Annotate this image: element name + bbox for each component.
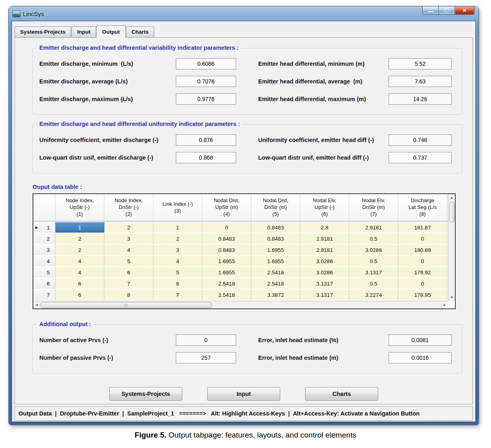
nav-button[interactable]: Input bbox=[207, 387, 280, 401]
grid-cell[interactable]: 1.6955 bbox=[202, 256, 251, 266]
grid-cell[interactable]: 8 bbox=[104, 290, 153, 300]
grid-cell[interactable]: 3 bbox=[104, 233, 153, 244]
field-value-box[interactable]: 0 bbox=[176, 334, 236, 346]
table-row[interactable]: 3 2430.84831.69552.91813.0286180.89 bbox=[33, 245, 448, 255]
grid-cell[interactable]: 179.92 bbox=[398, 267, 447, 278]
grid-cell[interactable]: 3.2274 bbox=[349, 290, 398, 300]
grid-cell[interactable]: 1.6955 bbox=[251, 256, 300, 266]
grid-corner-cell[interactable] bbox=[33, 194, 55, 221]
column-header[interactable]: Nodal Elv, DnStr (m) (7) bbox=[349, 194, 398, 221]
grid-cell[interactable]: 5 bbox=[104, 256, 153, 266]
grid-cell[interactable]: 6 bbox=[55, 290, 104, 300]
field-value-box[interactable]: 0.9776 bbox=[176, 93, 236, 105]
grid-cell[interactable]: 1 bbox=[153, 222, 202, 233]
grid-cell[interactable]: 2.5418 bbox=[202, 278, 251, 289]
row-header[interactable]: 7 bbox=[33, 290, 55, 300]
column-header[interactable]: Link Index (-) (3) bbox=[153, 194, 202, 221]
field-value-box[interactable]: 0.876 bbox=[176, 134, 236, 146]
grid-cell[interactable]: 181.87 bbox=[398, 222, 447, 233]
column-header[interactable]: Discharge Lat Seg (L/s (8) bbox=[398, 194, 447, 221]
tab-systems-projects[interactable]: Systems-Projects bbox=[14, 26, 71, 37]
field-value-box[interactable]: 0.868 bbox=[176, 152, 236, 163]
grid-cell[interactable]: 3 bbox=[153, 245, 202, 255]
column-header[interactable]: Node Index, DnStr (-) (2) bbox=[104, 194, 153, 221]
grid-cell[interactable]: 0.5 bbox=[349, 256, 398, 266]
grid-cell[interactable]: 7 bbox=[104, 278, 153, 289]
grid-cell[interactable]: 0.8483 bbox=[202, 233, 251, 244]
grid-cell[interactable]: 3.1317 bbox=[300, 278, 349, 289]
grid-cell[interactable]: 2.9181 bbox=[300, 233, 349, 244]
grid-cell[interactable]: 178.95 bbox=[398, 290, 447, 300]
field-value-box[interactable]: 0.7076 bbox=[176, 76, 236, 87]
nav-button[interactable]: Systems-Projects bbox=[109, 387, 182, 401]
grid-cell[interactable]: 1.6955 bbox=[202, 267, 251, 278]
grid-cell[interactable]: 0 bbox=[398, 256, 447, 266]
grid-cell[interactable]: 4 bbox=[104, 245, 153, 255]
field-value-box[interactable]: 0.6086 bbox=[176, 58, 236, 69]
tab-output[interactable]: Output bbox=[96, 25, 125, 38]
column-header[interactable]: Nodal Elv, UpStr (-) (6) bbox=[300, 194, 349, 221]
scroll-up-icon[interactable]: ▲ bbox=[448, 194, 455, 201]
field-value-box[interactable]: 0.0016 bbox=[389, 352, 452, 363]
grid-cell[interactable]: 6 bbox=[104, 267, 153, 278]
grid-cell[interactable]: 3.0286 bbox=[300, 256, 349, 266]
field-value-box[interactable]: 0.0081 bbox=[389, 334, 452, 346]
column-header[interactable]: Node Index, UpStr (-) (1) bbox=[55, 194, 104, 221]
horizontal-scroll-thumb[interactable] bbox=[40, 302, 212, 308]
grid-cell[interactable]: 180.89 bbox=[398, 245, 447, 255]
grid-cell[interactable]: 4 bbox=[55, 267, 104, 278]
scroll-down-icon[interactable]: ▼ bbox=[448, 294, 455, 301]
grid-cell[interactable]: 3.3872 bbox=[251, 290, 300, 300]
grid-cell[interactable]: 2.9181 bbox=[300, 245, 349, 255]
row-header[interactable]: 5 bbox=[33, 267, 55, 278]
grid-cell[interactable]: 1.6955 bbox=[251, 245, 300, 255]
grid-cell[interactable]: 3.0286 bbox=[300, 267, 349, 278]
row-header[interactable]: 3 bbox=[33, 245, 55, 255]
grid-cell[interactable]: 3.0286 bbox=[349, 245, 398, 255]
table-row[interactable]: ▶ 1 12100.84832.82.9181181.87 bbox=[33, 222, 448, 233]
table-row[interactable]: 5 4651.69552.54183.02863.1317179.92 bbox=[33, 267, 448, 278]
field-value-box[interactable]: 7.63 bbox=[389, 76, 452, 87]
titlebar[interactable]: LincSys ✕ bbox=[12, 6, 476, 21]
grid-cell[interactable]: 0 bbox=[398, 233, 447, 244]
grid-cell[interactable]: 0.8483 bbox=[202, 245, 251, 255]
grid-cell[interactable]: 2 bbox=[104, 222, 153, 233]
tab-input[interactable]: Input bbox=[71, 26, 96, 37]
grid-cell[interactable]: 2.5418 bbox=[251, 267, 300, 278]
grid-cell[interactable]: 4 bbox=[55, 256, 104, 266]
grid-horizontal-scrollbar[interactable]: ◄ ► bbox=[33, 301, 448, 308]
grid-cell[interactable]: 6 bbox=[153, 278, 202, 289]
column-header[interactable]: Nodal Dist, UpStr (m) (4) bbox=[202, 194, 251, 221]
grid-cell[interactable]: 2 bbox=[55, 233, 104, 244]
field-value-box[interactable]: 257 bbox=[176, 352, 236, 363]
grid-cell[interactable]: 2.5418 bbox=[202, 290, 251, 300]
scroll-left-icon[interactable]: ◄ bbox=[33, 302, 40, 308]
grid-cell[interactable]: 0 bbox=[202, 222, 251, 233]
field-value-box[interactable]: 14.26 bbox=[389, 93, 452, 105]
minimize-button[interactable] bbox=[422, 6, 439, 15]
grid-cell[interactable]: 2.5418 bbox=[251, 278, 300, 289]
tab-charts[interactable]: Charts bbox=[126, 26, 155, 37]
field-value-box[interactable]: 5.52 bbox=[389, 58, 452, 69]
table-row[interactable]: 2 2320.84830.84832.91810.50 bbox=[33, 233, 448, 244]
maximize-button[interactable] bbox=[439, 6, 454, 15]
field-value-box[interactable]: 0.737 bbox=[389, 152, 452, 163]
close-button[interactable]: ✕ bbox=[454, 6, 475, 15]
grid-cell[interactable]: 2.9181 bbox=[349, 222, 398, 233]
row-header[interactable]: 2 bbox=[33, 233, 55, 244]
grid-cell[interactable]: 2 bbox=[153, 233, 202, 244]
grid-cell[interactable]: 0.8483 bbox=[251, 233, 300, 244]
grid-cell[interactable]: 6 bbox=[55, 278, 104, 289]
grid-cell[interactable]: 3.1317 bbox=[349, 267, 398, 278]
column-header[interactable]: Nodal Dist, DnStr (m) (5) bbox=[251, 194, 300, 221]
vertical-scroll-thumb[interactable] bbox=[449, 202, 454, 223]
grid-cell[interactable]: 5 bbox=[153, 267, 202, 278]
grid-vertical-scrollbar[interactable]: ▲ ▼ bbox=[448, 194, 455, 301]
grid-cell[interactable]: 2.8 bbox=[300, 222, 349, 233]
grid-cell[interactable]: 0.5 bbox=[349, 278, 398, 289]
row-header[interactable]: 6 bbox=[33, 278, 55, 289]
table-row[interactable]: 7 6872.54183.38723.13173.2274178.95 bbox=[33, 290, 448, 300]
grid-cell[interactable]: 2 bbox=[55, 245, 104, 255]
grid-cell[interactable]: 3.1317 bbox=[300, 290, 349, 300]
grid-cell[interactable]: 4 bbox=[153, 256, 202, 266]
